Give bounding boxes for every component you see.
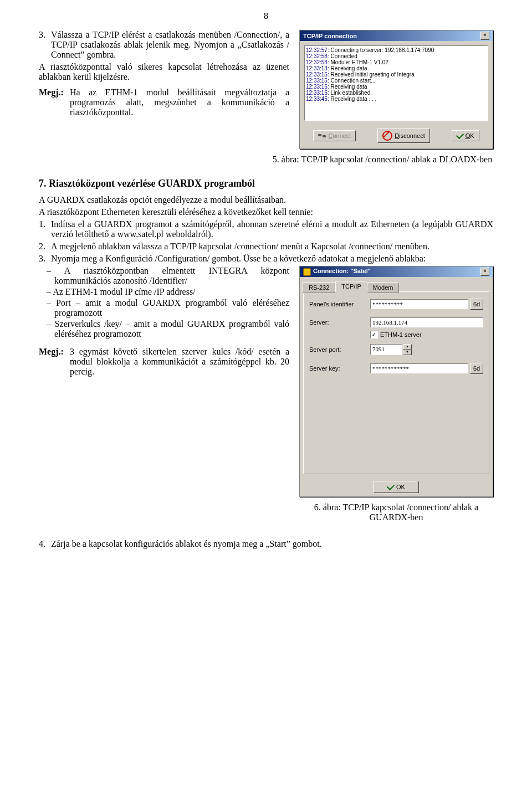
server-field[interactable]: 192.168.1.174: [370, 317, 483, 327]
list-text: Válassza a TCP/IP elérést a csatlakozás …: [51, 30, 289, 60]
section-heading-7: 7. Riasztóközpont vezérlése GUARDX progr…: [39, 178, 493, 189]
key-label: Server key:: [309, 365, 370, 372]
window-title: Connection: "Satel": [313, 268, 371, 274]
window-title: TCP/IP connection: [303, 33, 357, 39]
titlebar: TCP/IP connection ×: [300, 30, 493, 41]
plugs-icon: [318, 133, 326, 138]
reveal-button[interactable]: 6d: [470, 363, 483, 374]
list-item: 3. Nyomja meg a Konfiguráció /Configurat…: [39, 254, 493, 264]
list-item: – A riasztóközpontban elmentett INTEGRA …: [39, 266, 289, 286]
figure-caption-6: 6. ábra: TCP/IP kapcsolat /connection/ a…: [299, 502, 493, 522]
server-label: Server:: [309, 319, 370, 326]
identifier-label: Panel's identifier: [309, 301, 370, 307]
close-icon[interactable]: ×: [480, 32, 489, 40]
list-item: 1. Indítsa el a GUARDX programot a számí…: [39, 219, 493, 239]
check-icon: [387, 483, 395, 490]
port-label: Server port:: [309, 346, 370, 353]
connect-button: Connect: [313, 130, 356, 141]
figure-caption-5: 5. ábra: TCP/IP kapcsolat /connection/ a…: [272, 155, 493, 165]
tab-modem[interactable]: Modem: [367, 282, 400, 293]
list-item: – Port – amit a modul GUARDX programból …: [39, 298, 289, 318]
reveal-button[interactable]: 6d: [470, 299, 483, 310]
identifier-field[interactable]: **********: [370, 299, 468, 309]
note-block: Megj.: 3 egymást követő sikertelen szerv…: [39, 347, 289, 377]
list-item-3: 3. Válassza a TCP/IP elérést a csatlakoz…: [39, 30, 289, 60]
check-icon: [456, 131, 464, 139]
tab-tcpip[interactable]: TCP/IP: [335, 281, 367, 292]
note-block: Megj.: Ha az ETHM-1 modul beállításait m…: [39, 88, 289, 117]
note-label: Megj.:: [39, 88, 70, 117]
paragraph: A riasztóközpont Etherneten keresztüli e…: [39, 207, 493, 217]
list-item-4: 4. Zárja be a kapcsolat konfigurációs ab…: [39, 539, 493, 549]
list-item: 2. A megjelenő ablakban válassza a TCP/I…: [39, 242, 493, 252]
key-field[interactable]: ************: [370, 363, 468, 373]
bullet-list: – A riasztóközpontban elmentett INTEGRA …: [39, 266, 289, 339]
note-label: Megj.:: [39, 347, 70, 377]
ethm1-label: ETHM-1 server: [380, 331, 422, 338]
app-icon: [303, 268, 311, 276]
spin-down-icon[interactable]: ▼: [403, 350, 412, 355]
port-field[interactable]: 7091: [370, 344, 402, 355]
close-icon[interactable]: ×: [480, 268, 489, 276]
tab-rs232[interactable]: RS-232: [303, 282, 335, 293]
note-text: Ha az ETHM-1 modul beállításait megválto…: [70, 88, 289, 117]
ok-button[interactable]: OK: [452, 130, 479, 141]
log-list: 12:32:57: Connecting to server: 192.168.…: [304, 45, 488, 121]
spin-up-icon[interactable]: ▲: [403, 344, 412, 350]
list-number: 3.: [39, 30, 51, 60]
ethm1-checkbox[interactable]: ✓: [370, 331, 378, 338]
page-number: 8: [39, 0, 493, 30]
ok-button[interactable]: OK: [374, 481, 419, 493]
paragraph: A GUARDX csatlakozás opciót engedélyezze…: [39, 195, 493, 205]
tcpip-connection-window: TCP/IP connection × 12:32:57: Connecting…: [299, 30, 493, 149]
paragraph: A riasztóközponttal való sikeres kapcsol…: [39, 62, 289, 82]
note-text: 3 egymást követő sikertelen szerver kulc…: [70, 347, 289, 377]
titlebar: Connection: "Satel" ×: [300, 266, 493, 277]
list-item: – Szerverkulcs /key/ – amit a modul GUAR…: [39, 319, 289, 339]
tab-panel: Panel's identifier ********** 6d Server:…: [303, 291, 489, 474]
list-item: – Az ETHM-1 modul IP címe /IP address/: [39, 287, 289, 297]
connection-satel-window: Connection: "Satel" × RS-232 TCP/IP Mode…: [299, 266, 493, 497]
disconnect-button[interactable]: Disconnect: [377, 129, 429, 143]
no-icon: [382, 131, 392, 141]
